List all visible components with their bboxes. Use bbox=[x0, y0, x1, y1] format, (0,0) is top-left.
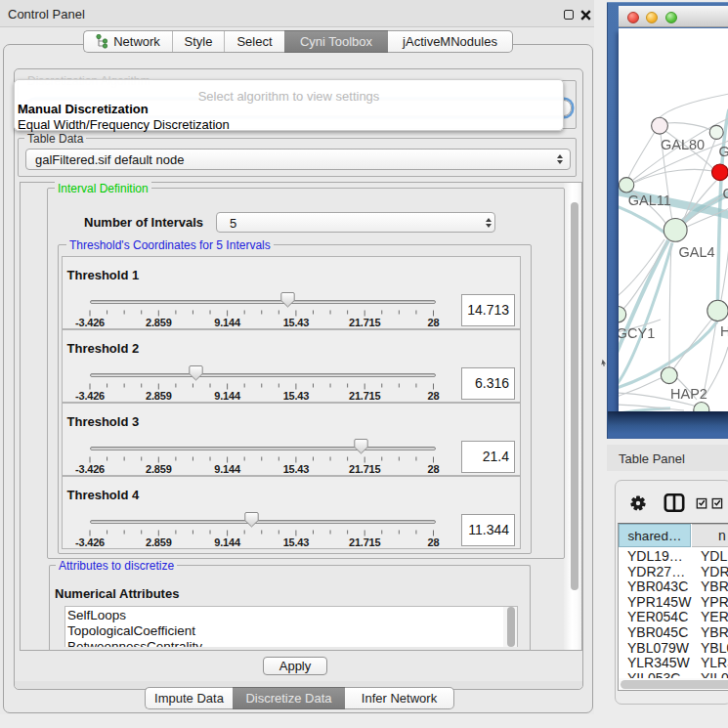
svg-text:C: C bbox=[723, 186, 728, 201]
svg-text:GAL11: GAL11 bbox=[628, 193, 671, 208]
svg-text:GCY1: GCY1 bbox=[619, 325, 655, 341]
svg-text:GAL80: GAL80 bbox=[661, 137, 705, 152]
svg-text:H: H bbox=[720, 323, 728, 339]
svg-text:GAL4: GAL4 bbox=[679, 244, 715, 260]
svg-text:HAP2: HAP2 bbox=[670, 386, 707, 402]
svg-text:G: G bbox=[719, 144, 728, 159]
